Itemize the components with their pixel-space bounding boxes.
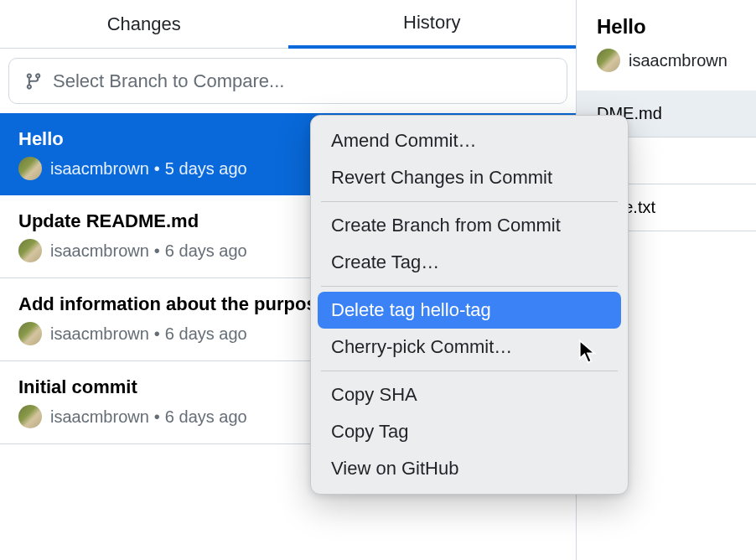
commit-time: 5 days ago xyxy=(165,159,247,179)
commit-author: isaacmbrown xyxy=(50,159,149,179)
menu-item[interactable]: Copy Tag xyxy=(318,413,621,450)
commit-author: isaacmbrown xyxy=(50,324,149,344)
commit-time: 6 days ago xyxy=(165,324,247,344)
menu-separator xyxy=(321,371,618,371)
menu-separator xyxy=(321,286,618,287)
commit-time: 6 days ago xyxy=(165,407,247,427)
menu-item[interactable]: Revert Changes in Commit xyxy=(318,159,621,196)
menu-item[interactable]: Amend Commit… xyxy=(318,122,621,159)
avatar xyxy=(18,157,42,180)
git-branch-icon xyxy=(24,72,43,91)
meta-separator: • xyxy=(154,324,160,344)
commit-author: isaacmbrown xyxy=(50,407,149,427)
commit-detail-header: Hello isaacmbrown xyxy=(577,0,756,82)
context-menu: Amend Commit…Revert Changes in CommitCre… xyxy=(310,115,629,495)
menu-item[interactable]: Copy SHA xyxy=(318,376,621,413)
menu-item[interactable]: Create Branch from Commit xyxy=(318,207,621,244)
menu-item[interactable]: Cherry-pick Commit… xyxy=(318,329,621,366)
tab-changes[interactable]: Changes xyxy=(0,0,288,49)
tab-changes-label: Changes xyxy=(107,13,181,35)
meta-separator: • xyxy=(154,241,160,261)
menu-item[interactable]: View on GitHub xyxy=(318,450,621,487)
avatar xyxy=(597,49,620,72)
meta-separator: • xyxy=(154,407,160,427)
branch-compare-placeholder: Select Branch to Compare... xyxy=(53,70,284,92)
menu-item[interactable]: Delete tag hello-tag xyxy=(318,292,621,329)
tab-history[interactable]: History xyxy=(288,0,577,49)
avatar xyxy=(18,322,42,345)
menu-item[interactable]: Create Tag… xyxy=(318,244,621,281)
avatar xyxy=(18,405,42,428)
avatar xyxy=(18,239,42,262)
menu-separator xyxy=(321,201,618,202)
commit-detail-author-name: isaacmbrown xyxy=(629,51,728,70)
tab-history-label: History xyxy=(403,12,460,34)
meta-separator: • xyxy=(154,159,160,179)
commit-detail-title: Hello xyxy=(597,15,736,39)
commit-author: isaacmbrown xyxy=(50,241,149,261)
commit-time: 6 days ago xyxy=(165,241,247,261)
branch-compare-selector[interactable]: Select Branch to Compare... xyxy=(8,58,567,104)
tabs: Changes History xyxy=(0,0,576,49)
commit-detail-author: isaacmbrown xyxy=(597,49,736,72)
